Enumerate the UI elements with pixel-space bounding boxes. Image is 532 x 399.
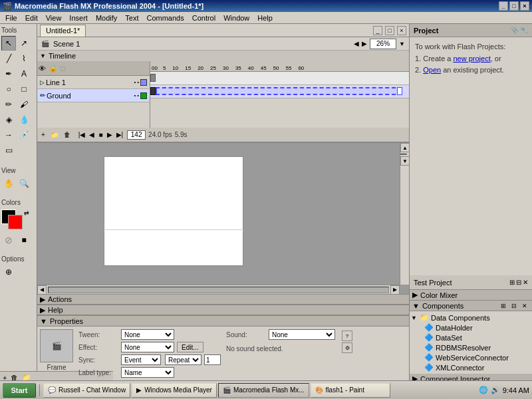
test-icon1[interactable]: ⊞ [509, 279, 515, 286]
colors-label: Colors [1, 198, 35, 207]
close-button[interactable]: × [520, 1, 529, 11]
hand-tool[interactable]: ✋ [1, 176, 16, 191]
prop-settings-btn[interactable]: ⚙ [342, 342, 352, 353]
frame-input[interactable] [127, 130, 146, 140]
chat-icon: 💬 [48, 386, 56, 394]
pen-tool[interactable]: ✒ [1, 66, 16, 81]
project-icon2[interactable]: 🔧 [520, 27, 528, 34]
comp-icon3[interactable]: ✕ [520, 301, 529, 311]
taskbar-flash[interactable]: 🎬 Macromedia Flash Mx... [218, 383, 309, 398]
menu-file[interactable]: File [1, 13, 21, 23]
pencil-tool[interactable]: ✏ [1, 97, 16, 112]
minimize-button[interactable]: _ [499, 1, 508, 11]
tween-select[interactable]: None [121, 329, 174, 340]
line-tool[interactable]: ╱ [1, 51, 16, 66]
color-mixer-bar[interactable]: ▶ Color Mixer [410, 290, 532, 301]
tree-item-rdbmsresolver[interactable]: 🔷 RDBMSResolver [424, 342, 531, 352]
start-button[interactable]: Start [3, 383, 36, 398]
selection-tool[interactable]: ↖ [1, 36, 16, 51]
no-color[interactable]: ⊘ [1, 233, 16, 247]
menu-modify[interactable]: Modify [92, 13, 121, 23]
prev-frame-btn[interactable]: ◀ [354, 40, 359, 47]
arrow-tool[interactable]: → [1, 128, 16, 142]
label-type-select[interactable]: Name [121, 367, 174, 378]
text-tool[interactable]: A [17, 66, 31, 81]
delete-scene-btn[interactable]: 🗑 [63, 130, 72, 139]
menu-commands[interactable]: Commands [142, 13, 188, 23]
timeline-header[interactable]: ▼ Timeline [37, 51, 409, 61]
fill-tool[interactable]: ◈ [1, 112, 16, 127]
scroll-up-btn[interactable]: ▲ [400, 143, 409, 152]
default-color[interactable]: ■ [17, 233, 31, 247]
zoom-selector[interactable]: 26% [370, 39, 396, 49]
menu-view[interactable]: View [42, 13, 66, 23]
menu-control[interactable]: Control [188, 13, 219, 23]
magnify-tool[interactable]: 🔍 [17, 176, 31, 191]
tl-play-btn[interactable]: |◀ [77, 130, 87, 139]
menu-help[interactable]: Help [253, 13, 277, 23]
maximize-button[interactable]: □ [509, 1, 519, 11]
taskbar-paint[interactable]: 🎨 flash1 - Paint [311, 383, 390, 398]
next-frame-btn[interactable]: ▶ [362, 40, 367, 47]
rect-tool[interactable]: □ [17, 82, 31, 96]
effect-select[interactable]: None [121, 342, 174, 352]
actions-bar[interactable]: ▶ Actions [37, 294, 409, 305]
tree-item-xmlconnector[interactable]: 🔷 XMLConnector [424, 362, 531, 372]
doc-restore-btn[interactable]: □ [385, 26, 394, 35]
project-icon1[interactable]: 📎 [511, 27, 519, 34]
lasso-tool[interactable]: ⌇ [17, 51, 31, 66]
add-scene-btn[interactable]: 📁 [49, 130, 60, 139]
comp-icon1[interactable]: ⊞ [499, 301, 508, 311]
tl-end-btn[interactable]: ▶| [115, 130, 125, 139]
tree-item-dataset[interactable]: 🔷 DataSet [424, 332, 531, 342]
subselect-tool[interactable]: ↗ [17, 36, 31, 51]
menu-insert[interactable]: Insert [65, 13, 92, 23]
ink-tool[interactable]: 💧 [17, 112, 31, 127]
repeat-select[interactable]: Repeat [165, 354, 201, 365]
taskbar-media[interactable]: ▶ Windows Media Player [132, 383, 217, 398]
menu-text[interactable]: Text [121, 13, 142, 23]
tl-prev-btn[interactable]: ◀ [88, 130, 96, 139]
swap-colors[interactable]: ⇄ [24, 209, 29, 216]
doc-close-btn[interactable]: × [397, 26, 406, 35]
scene-label[interactable]: Scene 1 [53, 40, 80, 48]
scroll-down-btn[interactable]: ▼ [400, 156, 409, 166]
edit-button[interactable]: Edit... [177, 342, 203, 352]
sync-select[interactable]: Event [121, 354, 161, 365]
open-link[interactable]: Open [423, 66, 441, 74]
doc-tab[interactable]: Untitled-1* [40, 25, 86, 37]
scroll-left-btn[interactable]: ◀ [37, 285, 47, 295]
test-icon2[interactable]: ⊟ [516, 279, 521, 286]
scroll-v-track[interactable] [400, 154, 407, 155]
prop-help-btn[interactable]: ? [342, 331, 352, 341]
layer-row-ground[interactable]: ✏ Ground • • [37, 89, 150, 102]
tl-stop-btn[interactable]: ■ [97, 130, 104, 139]
oval-tool[interactable]: ○ [1, 82, 16, 96]
tree-item-webserviceconnector[interactable]: 🔷 WebServiceConnector [424, 352, 531, 362]
eraser-tool[interactable]: ▭ [1, 143, 16, 158]
tl-next-btn[interactable]: ▶ [106, 130, 114, 139]
new-layer-btn[interactable]: + [40, 130, 47, 139]
properties-header[interactable]: ▼ Properties [37, 316, 409, 327]
menu-window[interactable]: Window [219, 13, 253, 23]
timeline-title: Timeline [49, 52, 76, 60]
scroll-h-track[interactable] [48, 287, 389, 293]
sound-select[interactable]: None [269, 329, 335, 340]
brush-tool[interactable]: 🖌 [17, 97, 31, 112]
scroll-right-btn[interactable]: ▶ [390, 285, 400, 295]
doc-minimize-btn[interactable]: _ [373, 26, 382, 35]
zoom-dropdown-btn[interactable]: ▼ [399, 41, 405, 47]
tree-item-dataholder[interactable]: 🔷 DataHolder [424, 323, 531, 332]
help-bar[interactable]: ▶ Help [37, 305, 409, 315]
menu-edit[interactable]: Edit [21, 13, 42, 23]
layer-row-line1[interactable]: ▷ Line 1 • • [37, 76, 150, 89]
snap-option[interactable]: ⊕ [1, 265, 16, 279]
new-project-link[interactable]: new project [453, 55, 490, 63]
eyedrop-tool[interactable]: 💉 [17, 128, 31, 142]
fill-color[interactable] [8, 215, 23, 229]
comp-icon2[interactable]: ⊟ [509, 301, 519, 311]
repeat-input[interactable] [204, 354, 221, 365]
tree-item-data-components[interactable]: ▼ 📁 Data Components [411, 313, 531, 323]
test-icon3[interactable]: ✕ [523, 279, 528, 286]
taskbar-chat[interactable]: 💬 Russell - Chat Window [43, 383, 130, 398]
